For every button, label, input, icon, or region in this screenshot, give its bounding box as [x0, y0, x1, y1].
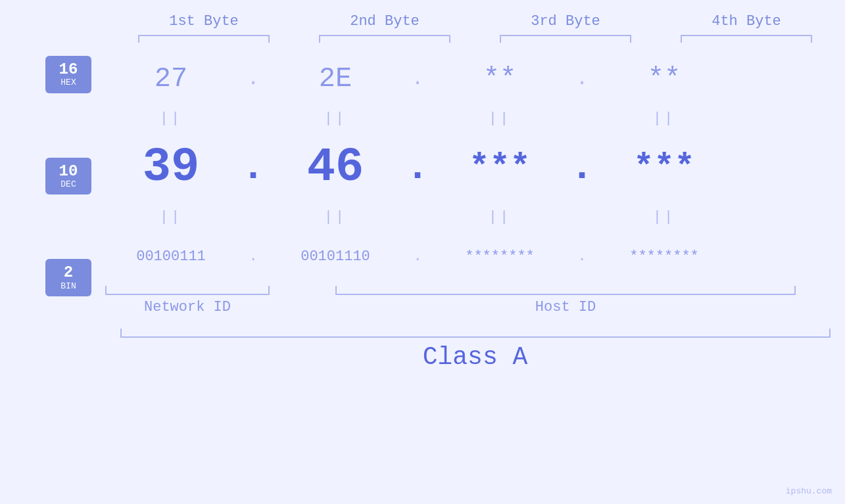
bin-dot-3: .: [566, 248, 598, 265]
hex-badge: 16 HEX: [45, 56, 91, 93]
top-bracket-1: [138, 35, 270, 43]
network-id-bracket: [105, 286, 270, 295]
main-container: 1st Byte 2nd Byte 3rd Byte 4th Byte 16 H…: [0, 0, 845, 504]
dec-val-4: ***: [598, 149, 730, 187]
eq2-1: ||: [105, 209, 237, 225]
top-bracket-2: [319, 35, 450, 43]
dec-val-3: ***: [434, 149, 566, 187]
badges-column: 16 HEX 10 DEC 2 BIN: [0, 53, 105, 303]
host-id-bracket: [335, 286, 796, 295]
eq2-2: ||: [270, 209, 401, 225]
bin-val-4: ********: [598, 248, 730, 265]
top-bracket-3: [500, 35, 631, 43]
hex-val-3: **: [434, 63, 566, 95]
bin-badge: 2 BIN: [45, 259, 91, 296]
byte-label-2: 2nd Byte: [312, 13, 457, 30]
class-section: Class A: [120, 329, 831, 371]
bin-dot-1: .: [237, 248, 270, 265]
hex-dot-2: .: [401, 68, 434, 90]
hex-dot-3: .: [566, 68, 598, 90]
dec-badge-num: 10: [48, 163, 89, 180]
bin-val-1: 00100111: [105, 248, 237, 265]
hex-row: 27 . 2E . ** . **: [105, 53, 845, 105]
eq1-2: ||: [270, 110, 401, 127]
dec-val-2: 46: [270, 141, 401, 195]
bin-badge-name: BIN: [48, 282, 89, 291]
eq1-3: ||: [434, 110, 566, 127]
bracket-gap: [270, 286, 335, 295]
eq1-1: ||: [105, 110, 237, 127]
hex-badge-name: HEX: [48, 78, 89, 87]
data-column: 27 . 2E . ** . **: [105, 53, 845, 315]
watermark: ipshu.com: [786, 486, 832, 496]
hex-val-1: 27: [105, 63, 237, 95]
hex-val-2: 2E: [270, 63, 401, 95]
bin-val-3: ********: [434, 248, 566, 265]
dec-row: 39 . 46 . *** . ***: [105, 131, 845, 204]
byte-label-1: 1st Byte: [132, 13, 276, 30]
equals-row-2: || || || ||: [105, 204, 845, 230]
byte-label-3: 3rd Byte: [493, 13, 638, 30]
bin-val-2: 00101110: [270, 248, 401, 265]
id-labels: Network ID Host ID: [105, 299, 845, 315]
dec-val-1: 39: [105, 141, 237, 195]
byte-label-4: 4th Byte: [674, 13, 819, 30]
bottom-brackets: [105, 286, 845, 295]
bin-dot-2: .: [401, 248, 434, 265]
top-bracket-4: [681, 35, 812, 43]
bin-row: 00100111 . 00101110 . ******** .: [105, 230, 845, 283]
equals-row-1: || || || ||: [105, 105, 845, 131]
hex-badge-num: 16: [48, 61, 89, 78]
bin-badge-num: 2: [48, 264, 89, 281]
eq2-4: ||: [598, 209, 730, 225]
eq2-3: ||: [434, 209, 566, 225]
eq1-4: ||: [598, 110, 730, 127]
network-id-label: Network ID: [105, 299, 270, 315]
dec-badge-name: DEC: [48, 180, 89, 189]
hex-dot-1: .: [237, 68, 270, 90]
dec-badge: 10 DEC: [45, 158, 91, 195]
host-id-label: Host ID: [335, 299, 796, 315]
dec-dot-2: .: [401, 148, 434, 187]
class-label: Class A: [120, 343, 831, 371]
class-bracket: [120, 329, 831, 338]
hex-val-4: **: [598, 63, 730, 95]
dec-dot-1: .: [237, 148, 270, 187]
dec-dot-3: .: [566, 148, 598, 187]
